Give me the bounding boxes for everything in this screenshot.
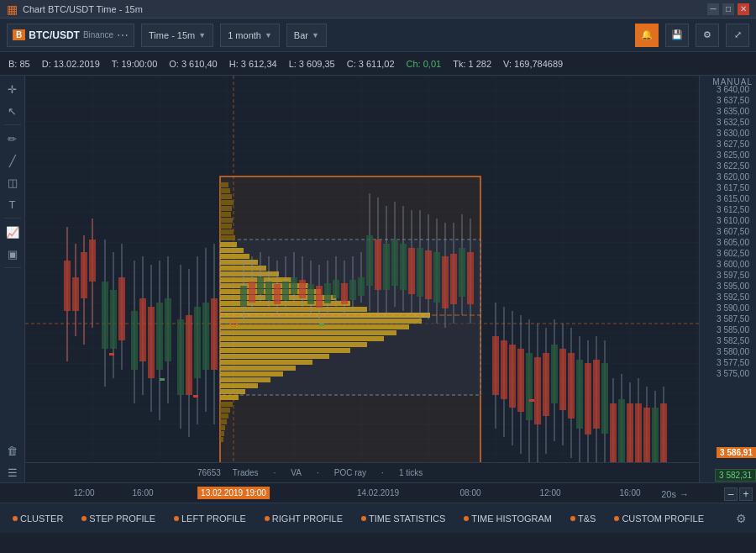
custom-profile-button[interactable]: CUSTOM PROFILE	[606, 510, 711, 527]
svg-rect-34	[220, 395, 239, 400]
price-label-10: 3 617,50	[700, 184, 753, 192]
status-bar: CLUSTER STEP PROFILE LEFT PROFILE RIGHT …	[0, 503, 756, 533]
draw-tool[interactable]: ✏	[3, 129, 23, 149]
period-dropdown[interactable]: 1 month ▼	[220, 24, 280, 47]
svg-rect-48	[220, 218, 233, 223]
right-profile-button[interactable]: RIGHT PROFILE	[257, 510, 350, 527]
timeframe-label: Time - 15m	[149, 30, 195, 40]
close-value: C: 3 611,02	[347, 59, 395, 69]
svg-rect-135	[349, 280, 356, 300]
ts-label: T&S	[578, 514, 596, 524]
close-button[interactable]: ✕	[738, 3, 749, 15]
svg-rect-72	[110, 290, 117, 349]
left-toolbar: ✛ ↖ ✏ ╱ ◫ T 📈 ▣ 🗑 ☰	[0, 76, 25, 482]
price-label-27: 3 575,00	[700, 370, 753, 378]
svg-rect-71	[102, 282, 108, 349]
vp-trades: Trades	[233, 468, 259, 477]
svg-rect-176	[534, 357, 541, 424]
timeframe-arrow-icon: ▼	[198, 31, 206, 40]
svg-rect-148	[459, 248, 465, 297]
open-value: O: 3 610,40	[169, 59, 218, 69]
price-label-13: 3 610,00	[700, 217, 753, 225]
price-label-5: 3 630,00	[700, 129, 753, 138]
svg-rect-173	[509, 345, 516, 408]
timeframe-dropdown[interactable]: Time - 15m ▼	[141, 24, 213, 47]
time-axis: 12:00 16:00 13.02.2019 19:00 14.02.2019 …	[0, 482, 756, 503]
manual-label: MANUAL	[712, 77, 753, 87]
time-stats-button[interactable]: TIME STATISTICS	[354, 510, 453, 527]
time-label-1: 12:00	[73, 488, 94, 498]
time-histogram-button[interactable]: TIME HISTOGRAM	[456, 510, 559, 527]
svg-rect-128	[291, 277, 297, 294]
left-profile-button[interactable]: LEFT PROFILE	[166, 510, 254, 527]
fullscreen-button[interactable]: ⤢	[726, 24, 749, 47]
price-label-1: 3 640,00	[700, 86, 753, 94]
svg-rect-14	[220, 277, 291, 282]
line-tool[interactable]: ╱	[3, 150, 23, 171]
svg-rect-147	[450, 254, 457, 304]
price-label-17: 3 600,00	[700, 261, 753, 269]
volume-value: V: 169,784689	[503, 59, 563, 69]
time-label-7: 16:00	[619, 488, 640, 498]
chart-area[interactable]: 76653 Trades · VA · POC ray · 1 ticks	[25, 76, 699, 482]
minimize-button[interactable]: ─	[707, 3, 719, 15]
time-histogram-label: TIME HISTOGRAM	[471, 514, 552, 524]
svg-rect-37	[220, 413, 228, 419]
svg-rect-174	[517, 349, 524, 412]
zoom-plus-button[interactable]: +	[739, 487, 753, 501]
svg-rect-35	[220, 402, 233, 407]
svg-rect-29	[220, 366, 296, 371]
svg-rect-142	[408, 248, 415, 294]
price-label-22: 3 587,50	[700, 315, 753, 324]
chart-type-dropdown[interactable]: Bar ▼	[286, 24, 327, 47]
settings-button[interactable]: ⚙	[696, 24, 719, 47]
alert-button[interactable]: 🔔	[635, 24, 659, 47]
zoom-minus-button[interactable]: –	[724, 487, 738, 501]
vp-va-label: VA	[291, 468, 302, 477]
symbol-selector[interactable]: B BTC/USDT Binance ⋯	[7, 24, 134, 47]
zoom-controls[interactable]: – +	[724, 487, 753, 501]
step-profile-button[interactable]: STEP PROFILE	[74, 510, 163, 527]
svg-rect-143	[417, 248, 423, 297]
svg-rect-49	[220, 224, 232, 229]
text-tool[interactable]: T	[3, 194, 23, 214]
symbol-menu-icon[interactable]: ⋯	[117, 29, 129, 42]
price-label-14: 3 607,50	[700, 228, 753, 236]
svg-rect-93	[211, 298, 218, 370]
symbol-name: BTC/USDT	[29, 29, 80, 41]
price-label-16: 3 602,50	[700, 250, 753, 258]
settings-gear-button[interactable]: ⚙	[731, 508, 751, 529]
date-value: D: 13.02.2019	[42, 59, 100, 69]
svg-rect-22	[220, 324, 409, 329]
cursor-tool[interactable]: ↖	[3, 101, 23, 121]
save-button[interactable]: 💾	[665, 24, 689, 47]
list-tool[interactable]: ☰	[3, 462, 23, 482]
price-label-15: 3 605,00	[700, 239, 753, 247]
price-label-24: 3 582,50	[700, 337, 753, 345]
trash-tool[interactable]: 🗑	[3, 440, 23, 461]
svg-rect-180	[568, 353, 575, 419]
svg-rect-30	[220, 371, 283, 377]
time-histogram-dot	[464, 516, 469, 521]
cluster-button[interactable]: CLUSTER	[5, 510, 71, 527]
maximize-button[interactable]: □	[722, 3, 734, 15]
svg-rect-127	[282, 282, 289, 300]
time-label-2: 16:00	[132, 488, 153, 498]
svg-rect-134	[341, 283, 348, 304]
svg-rect-9	[220, 248, 244, 253]
svg-rect-132	[324, 283, 331, 303]
indicator-tool[interactable]: 📈	[3, 222, 23, 242]
svg-rect-189	[643, 408, 650, 471]
measure-tool[interactable]: ◫	[3, 172, 23, 192]
low-value: L: 3 609,35	[289, 59, 335, 69]
svg-rect-59	[89, 240, 96, 282]
price-label-11: 3 615,00	[700, 195, 753, 203]
ts-button[interactable]: T&S	[563, 510, 603, 527]
svg-rect-144	[425, 250, 432, 299]
price-label-12: 3 612,50	[700, 206, 753, 214]
svg-rect-82	[156, 303, 163, 370]
crosshair-tool[interactable]: ✛	[3, 79, 23, 99]
svg-rect-10	[220, 254, 249, 259]
svg-rect-129	[299, 280, 306, 298]
object-tool[interactable]: ▣	[3, 244, 23, 264]
